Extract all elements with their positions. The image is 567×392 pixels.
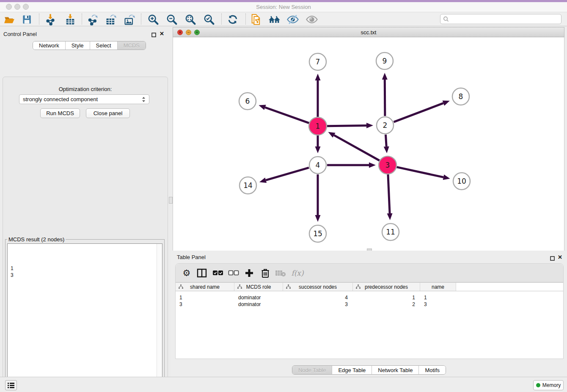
export-image-icon[interactable] xyxy=(123,13,136,26)
arrowhead-2-3 xyxy=(384,146,389,153)
node-label-6: 6 xyxy=(245,97,250,105)
close-table-panel-icon[interactable]: ✕ xyxy=(558,254,562,260)
columns-icon[interactable] xyxy=(195,267,209,279)
tab-network-table[interactable]: Network Table xyxy=(372,366,419,374)
tab-network[interactable]: Network xyxy=(33,41,66,50)
column-header-predecessor-nodes[interactable]: predecessor nodes xyxy=(353,283,420,291)
table-toolbar: ⚙ f(x) xyxy=(176,264,563,282)
cell-MCDS-role[interactable]: dominator xyxy=(234,301,283,308)
network-graph[interactable]: 1234678910111415 xyxy=(173,37,565,251)
edge-3-10[interactable] xyxy=(396,167,443,177)
tab-select[interactable]: Select xyxy=(90,41,118,50)
edge-2-3[interactable] xyxy=(385,135,386,146)
edge-4-14[interactable] xyxy=(266,168,309,180)
control-panel-tabs: NetworkStyleSelectMCDS xyxy=(33,41,146,50)
control-panel-title: Control Panel xyxy=(3,31,37,37)
arrowhead-2-8 xyxy=(443,101,450,106)
run-mcds-button[interactable]: Run MCDS xyxy=(40,108,80,118)
hide-selected-icon[interactable] xyxy=(286,13,299,26)
select-all-checkboxes-icon[interactable] xyxy=(211,267,225,279)
cell-predecessor-nodes[interactable]: 2 xyxy=(353,301,420,308)
delete-column-icon[interactable] xyxy=(259,267,272,279)
result-scrollbar[interactable] xyxy=(157,244,162,392)
show-all-icon[interactable] xyxy=(306,13,318,26)
tab-motifs[interactable]: Motifs xyxy=(419,366,446,374)
table-row[interactable]: 3dominator323 xyxy=(176,301,563,308)
sort-icon xyxy=(179,284,183,289)
cell-successor-nodes[interactable]: 4 xyxy=(283,294,353,301)
window-titlebar: Session: New Session xyxy=(0,2,567,12)
arrowhead-4-15 xyxy=(315,215,321,222)
memory-button[interactable]: Memory xyxy=(533,380,564,390)
arrowhead-1-4 xyxy=(315,146,321,153)
cell-MCDS-role[interactable]: dominator xyxy=(234,294,283,301)
delete-table-icon[interactable] xyxy=(274,267,287,279)
settings-gear-icon[interactable]: ⚙ xyxy=(180,267,193,279)
sort-icon xyxy=(237,284,242,289)
vertical-splitter-grip[interactable] xyxy=(169,197,173,204)
cell-predecessor-nodes[interactable]: 1 xyxy=(353,294,420,301)
tab-edge-table[interactable]: Edge Table xyxy=(332,366,372,374)
refresh-layout-icon[interactable] xyxy=(226,13,239,26)
arrowhead-3-10 xyxy=(443,174,450,180)
cell-shared-name[interactable]: 3 xyxy=(176,301,234,308)
home-network-icon[interactable] xyxy=(268,13,281,26)
node-label-2: 2 xyxy=(383,121,388,130)
import-network-icon[interactable] xyxy=(44,13,57,26)
open-session-icon[interactable] xyxy=(3,13,16,26)
node-label-15: 15 xyxy=(313,229,322,238)
cell-shared-name[interactable]: 1 xyxy=(176,294,234,301)
arrowhead-4-3 xyxy=(369,163,376,168)
node-label-7: 7 xyxy=(316,58,320,66)
cell-name[interactable]: 3 xyxy=(420,301,456,308)
save-session-icon[interactable] xyxy=(20,13,33,26)
zoom-fit-icon[interactable] xyxy=(184,13,197,26)
function-builder-icon[interactable]: f(x) xyxy=(291,267,304,279)
edge-3-1[interactable] xyxy=(334,135,379,160)
zoom-out-icon[interactable] xyxy=(165,13,178,26)
close-panel-icon[interactable]: ✕ xyxy=(160,30,164,37)
list-icon xyxy=(8,383,14,388)
export-table-icon[interactable] xyxy=(105,13,117,26)
column-header-MCDS-role[interactable]: MCDS role xyxy=(234,283,283,291)
memory-label: Memory xyxy=(542,382,561,388)
cell-successor-nodes[interactable]: 3 xyxy=(283,301,353,308)
close-panel-button[interactable]: Close panel xyxy=(86,108,130,118)
show-panels-button[interactable] xyxy=(5,380,17,390)
edge-1-2[interactable] xyxy=(327,126,366,126)
node-label-4: 4 xyxy=(316,161,320,169)
tab-node-table[interactable]: Node Table xyxy=(292,366,333,374)
cell-name[interactable]: 1 xyxy=(420,294,456,301)
mcds-result-text[interactable]: 13 xyxy=(7,243,162,392)
node-label-14: 14 xyxy=(243,181,253,190)
float-table-panel-icon[interactable] xyxy=(550,255,555,262)
zoom-in-icon[interactable] xyxy=(147,13,160,26)
table-row[interactable]: 1dominator411 xyxy=(176,294,563,301)
clone-network-icon[interactable] xyxy=(250,13,262,26)
edge-3-11[interactable] xyxy=(388,174,390,213)
node-label-11: 11 xyxy=(386,228,395,236)
network-canvas[interactable]: 1234678910111415 xyxy=(173,37,564,251)
zoom-selected-icon[interactable] xyxy=(203,13,215,26)
column-header-shared-name[interactable]: shared name xyxy=(176,283,234,291)
edge-2-9[interactable] xyxy=(385,80,385,116)
column-header-successor-nodes[interactable]: successor nodes xyxy=(283,283,353,291)
mcds-result-line: 3 xyxy=(11,272,162,279)
search-input[interactable] xyxy=(440,14,561,24)
column-header-name[interactable]: name xyxy=(420,283,456,291)
tab-mcds[interactable]: MCDS xyxy=(118,41,146,50)
export-network-icon[interactable] xyxy=(86,13,99,26)
node-label-9: 9 xyxy=(383,57,387,65)
add-column-icon[interactable] xyxy=(242,267,256,279)
edge-1-6[interactable] xyxy=(265,108,309,123)
session-title: Session: New Session xyxy=(0,4,567,10)
import-table-icon[interactable] xyxy=(64,13,77,26)
tab-style[interactable]: Style xyxy=(66,41,90,50)
table-panel: Table Panel ✕ ⚙ f(x) xyxy=(171,251,567,377)
column-header-label: successor nodes xyxy=(299,284,337,290)
criterion-select[interactable]: strongly connected component xyxy=(19,94,149,104)
network-window-titlebar[interactable]: × – + scc.txt xyxy=(173,27,564,37)
edge-2-8[interactable] xyxy=(394,103,443,122)
deselect-all-checkboxes-icon[interactable] xyxy=(227,267,240,279)
float-panel-icon[interactable] xyxy=(151,31,156,39)
